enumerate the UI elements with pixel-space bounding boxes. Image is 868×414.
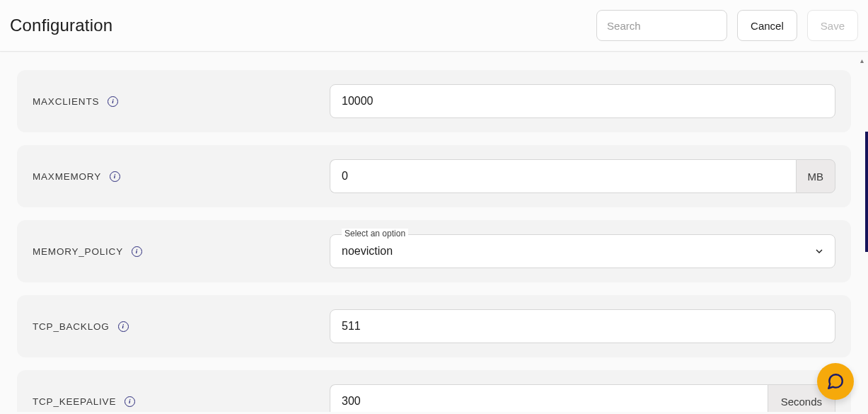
label-text: TCP_KEEPALIVE <box>33 396 116 407</box>
maxmemory-input[interactable] <box>330 159 796 193</box>
scrollbar-thumb[interactable] <box>865 132 868 252</box>
label-text: MAXMEMORY <box>33 171 101 182</box>
chevron-down-icon <box>814 246 825 257</box>
info-icon[interactable] <box>110 171 120 182</box>
maxclients-input[interactable] <box>330 84 835 118</box>
config-row-memory-policy: MEMORY_POLICY Select an option noevictio… <box>17 220 851 282</box>
config-row-tcp-keepalive: TCP_KEEPALIVE Seconds <box>17 370 851 412</box>
row-label: MEMORY_POLICY <box>33 246 330 257</box>
row-label: MAXCLIENTS <box>33 96 330 107</box>
config-row-tcp-backlog: TCP_BACKLOG <box>17 295 851 357</box>
row-field: Select an option noeviction <box>330 234 835 268</box>
config-content: MAXCLIENTS MAXMEMORY MB MEMORY_POLICY Se… <box>0 52 868 412</box>
cancel-button[interactable]: Cancel <box>737 10 797 41</box>
row-field <box>330 309 835 343</box>
config-row-maxclients: MAXCLIENTS <box>17 70 851 132</box>
label-text: TCP_BACKLOG <box>33 321 110 332</box>
config-row-maxmemory: MAXMEMORY MB <box>17 145 851 207</box>
tcp-backlog-input[interactable] <box>330 309 835 343</box>
scroll-up-icon[interactable]: ▴ <box>857 55 867 65</box>
maxmemory-unit: MB <box>796 159 836 193</box>
label-text: MAXCLIENTS <box>33 96 99 107</box>
select-value: noeviction <box>342 245 393 258</box>
chat-button[interactable] <box>817 363 854 400</box>
select-float-label: Select an option <box>339 229 411 238</box>
chat-icon <box>826 372 845 391</box>
search-input[interactable] <box>596 10 727 41</box>
label-text: MEMORY_POLICY <box>33 246 123 257</box>
info-icon[interactable] <box>118 321 129 332</box>
row-label: TCP_BACKLOG <box>33 321 330 332</box>
info-icon[interactable] <box>108 96 118 107</box>
tcp-keepalive-input[interactable] <box>330 384 768 412</box>
row-field: MB <box>330 159 835 193</box>
page-title: Configuration <box>10 16 112 35</box>
save-button[interactable]: Save <box>807 10 858 41</box>
header-actions: Cancel Save <box>596 10 858 41</box>
memory-policy-select[interactable]: Select an option noeviction <box>330 234 835 268</box>
info-icon[interactable] <box>125 396 135 407</box>
row-label: MAXMEMORY <box>33 171 330 182</box>
row-field <box>330 84 835 118</box>
row-field: Seconds <box>330 384 835 412</box>
row-label: TCP_KEEPALIVE <box>33 396 330 407</box>
config-header: Configuration Cancel Save <box>0 0 868 52</box>
info-icon[interactable] <box>132 246 142 257</box>
